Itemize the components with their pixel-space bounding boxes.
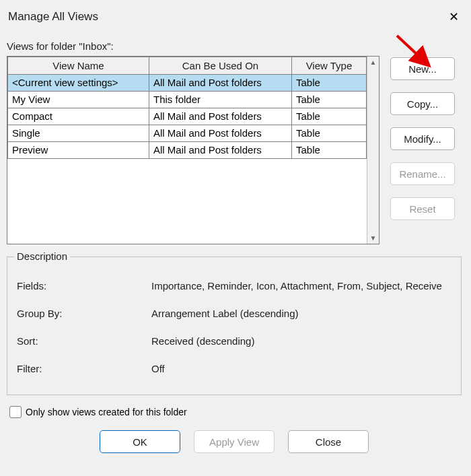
manage-views-dialog: Manage All Views ✕ Views for folder "Inb… <box>0 0 471 476</box>
side-buttons: New... Copy... Modify... Rename... Reset <box>390 56 455 244</box>
groupby-label: Group By: <box>17 308 151 319</box>
table-row[interactable]: SingleAll Mail and Post foldersTable <box>8 125 367 142</box>
copy-button[interactable]: Copy... <box>390 92 455 115</box>
table-cell-name: Single <box>8 125 149 142</box>
table-cell-used_on: All Mail and Post folders <box>149 142 291 159</box>
table-cell-type: Table <box>291 75 366 92</box>
table-empty-area <box>7 159 367 244</box>
fields-label: Fields: <box>17 280 151 292</box>
table-cell-name: My View <box>8 92 149 108</box>
table-cell-name: <Current view settings> <box>8 75 149 92</box>
table-cell-type: Table <box>291 125 366 142</box>
modify-button[interactable]: Modify... <box>390 127 455 150</box>
table-cell-used_on: This folder <box>149 92 291 108</box>
sort-value: Received (descending) <box>151 335 254 347</box>
dialog-footer: OK Apply View Close <box>7 430 462 453</box>
col-header-name[interactable]: View Name <box>8 57 149 75</box>
col-header-type[interactable]: View Type <box>291 57 366 75</box>
table-row[interactable]: My ViewThis folderTable <box>8 92 367 108</box>
table-cell-used_on: All Mail and Post folders <box>149 108 291 125</box>
table-cell-name: Preview <box>8 142 149 159</box>
filter-value: Off <box>151 363 165 374</box>
sort-label: Sort: <box>17 335 151 347</box>
filter-label: Filter: <box>17 363 151 374</box>
views-table-frame: View Name Can Be Used On View Type <Curr… <box>7 56 379 244</box>
table-cell-name: Compact <box>8 108 149 125</box>
only-show-checkbox[interactable] <box>9 406 22 418</box>
scroll-up-icon[interactable]: ▲ <box>370 59 377 66</box>
new-button[interactable]: New... <box>390 57 455 80</box>
only-show-row[interactable]: Only show views created for this folder <box>7 406 462 418</box>
views-for-label: Views for folder "Inbox": <box>7 40 462 52</box>
reset-button: Reset <box>390 197 455 220</box>
fields-value: Importance, Reminder, Icon, Attachment, … <box>151 280 442 292</box>
ok-button[interactable]: OK <box>100 430 180 453</box>
table-cell-used_on: All Mail and Post folders <box>149 75 291 92</box>
table-row[interactable]: PreviewAll Mail and Post foldersTable <box>8 142 367 159</box>
table-cell-used_on: All Mail and Post folders <box>149 125 291 142</box>
close-icon[interactable]: ✕ <box>439 3 468 30</box>
description-legend: Description <box>14 250 70 262</box>
close-button[interactable]: Close <box>288 430 369 453</box>
groupby-value: Arrangement Label (descending) <box>151 308 298 319</box>
scrollbar[interactable]: ▲ ▼ <box>367 57 379 244</box>
table-cell-type: Table <box>291 142 366 159</box>
titlebar: Manage All Views ✕ <box>0 0 471 34</box>
table-cell-type: Table <box>291 92 366 108</box>
rename-button: Rename... <box>390 162 455 185</box>
table-row[interactable]: <Current view settings>All Mail and Post… <box>8 75 367 92</box>
only-show-label: Only show views created for this folder <box>26 407 187 417</box>
scroll-down-icon[interactable]: ▼ <box>370 234 377 242</box>
views-table[interactable]: View Name Can Be Used On View Type <Curr… <box>7 57 367 159</box>
apply-view-button: Apply View <box>194 430 275 453</box>
table-cell-type: Table <box>291 108 366 125</box>
col-header-usedon[interactable]: Can Be Used On <box>149 57 291 75</box>
description-group: Description Fields: Importance, Reminder… <box>7 257 462 395</box>
dialog-title: Manage All Views <box>8 10 98 24</box>
table-row[interactable]: CompactAll Mail and Post foldersTable <box>8 108 367 125</box>
